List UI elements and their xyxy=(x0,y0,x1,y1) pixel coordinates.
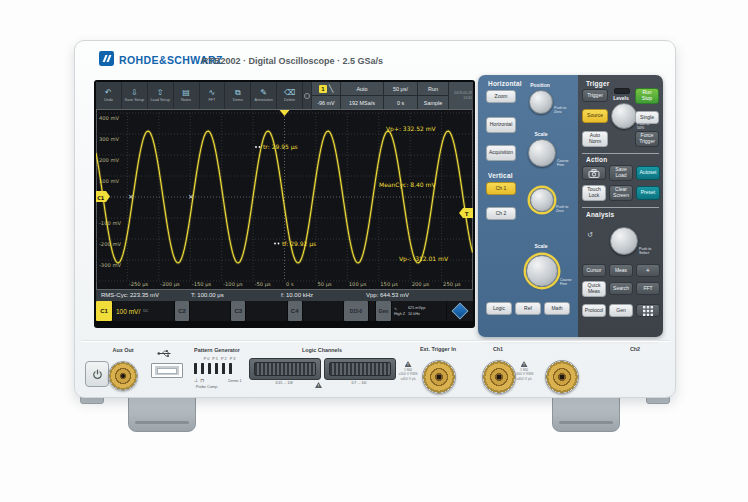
trigger-level-knob[interactable] xyxy=(611,103,637,129)
pattern-pin-labels: P0 P1 P2 P3 xyxy=(200,357,240,361)
trigger-button[interactable]: Trigger xyxy=(582,89,608,102)
c1-scale-cell[interactable]: 100 mV/ DC xyxy=(113,301,174,321)
vertical-scale-knob[interactable] xyxy=(526,255,558,287)
status-horizontal-position[interactable]: 0 s xyxy=(384,96,417,109)
svg-text:200 mV: 200 mV xyxy=(99,157,120,163)
screen[interactable]: ↶ Undo ⇩ Save Setup ⇧ Load Setup ▤ Notes… xyxy=(94,80,475,328)
logic-button[interactable]: Logic xyxy=(486,302,512,315)
screen-toolbar: ↶ Undo ⇩ Save Setup ⇧ Load Setup ▤ Notes… xyxy=(96,82,473,109)
auto-norm-button[interactable]: Auto Norm xyxy=(582,131,608,147)
power-button[interactable] xyxy=(85,361,109,387)
c3-channel-button[interactable]: C3 xyxy=(231,301,245,321)
svg-text:-100 mV: -100 mV xyxy=(99,220,121,226)
device-body: ROHDE&SCHWARZ RTB2002 · Digital Oscillos… xyxy=(74,40,676,398)
svg-text:250 μs: 250 μs xyxy=(443,281,461,288)
ch2-button[interactable]: Ch 2 xyxy=(486,207,516,220)
c1-channel-button[interactable]: C1 xyxy=(96,301,112,321)
waveform-display[interactable]: 400 mV300 mV200 mV100 mV-100 mV-200 mV-3… xyxy=(96,109,473,290)
svg-text:300 mV: 300 mV xyxy=(99,136,120,142)
protocol-button[interactable]: Protocol xyxy=(582,304,606,317)
toolbar-annotation-button[interactable]: ✎ Annotation xyxy=(251,82,276,109)
ref-button[interactable]: Ref xyxy=(515,302,541,315)
svg-text:150 μs: 150 μs xyxy=(380,281,398,288)
toolbar-delete-button[interactable]: ⌫ Delete xyxy=(277,82,302,109)
undo-icon: ↶ xyxy=(105,89,112,97)
measurement-period: T: 100.00 μs xyxy=(191,292,224,298)
status-bar: 1 ╲ -96 mV Auto 192 MSa/s 50 μs/ 0 s xyxy=(312,82,473,109)
preset-button[interactable]: Preset xyxy=(636,186,660,200)
toolbar-save-setup-button[interactable]: ⇩ Save Setup xyxy=(122,82,147,109)
apps-button[interactable] xyxy=(636,304,660,317)
warning-icon: ! xyxy=(315,382,322,388)
model-title: RTB2002 · Digital Oscilloscope · 2.5 GSa… xyxy=(202,56,383,66)
autoset-button[interactable]: Autoset xyxy=(636,166,660,180)
demo-icon: ⧉ xyxy=(235,89,241,97)
warning-icon: ! xyxy=(521,361,528,367)
menu-handle-icon[interactable] xyxy=(303,82,311,109)
force-trigger-button[interactable]: Force Trigger xyxy=(635,131,659,147)
quick-meas-button[interactable]: Quick Meas xyxy=(582,281,606,297)
meas-button[interactable]: Meas xyxy=(609,264,633,277)
status-sample-rate[interactable]: 192 MSa/s xyxy=(341,96,383,109)
right-foot xyxy=(552,392,620,432)
toolbar-notes-button[interactable]: ▤ Notes xyxy=(174,82,199,109)
single-button[interactable]: Single xyxy=(635,111,659,124)
source-button[interactable]: Source xyxy=(582,109,608,123)
ext-trigger-warning: ! 1 MΩ ≤300 V RMS ≤400 V pk xyxy=(393,361,423,381)
channel-warning: ! 1 MΩ ≤300 V RMS ≤400 V pk xyxy=(509,361,539,381)
c2-channel-button[interactable]: C2 xyxy=(175,301,189,321)
status-trigger-mode[interactable]: Auto xyxy=(341,82,383,95)
horizontal-position-knob[interactable] xyxy=(529,90,553,114)
svg-text:-50 μs: -50 μs xyxy=(255,281,271,288)
clear-screen-button[interactable]: Clear Screen xyxy=(609,185,633,201)
measurement-vpp: Vpp: 644.53 mV xyxy=(366,292,409,298)
ch2-connector xyxy=(545,360,579,394)
zoom-button[interactable]: Zoom xyxy=(486,90,516,103)
status-trigger-level[interactable]: -96 mV xyxy=(312,96,340,109)
gen-status-button[interactable]: Gen xyxy=(376,301,391,321)
measurement-frequency: f: 10.00 kHz xyxy=(281,292,313,298)
channel1-badge: 1 xyxy=(319,85,327,93)
run-stop-button[interactable]: Run Stop xyxy=(635,88,659,104)
intensity-button[interactable]: ☀ xyxy=(636,264,660,277)
svg-text:400 mV: 400 mV xyxy=(99,115,120,121)
toolbar-demo-button[interactable]: ⧉ Demo xyxy=(225,82,250,109)
status-acquisition-mode[interactable]: Sample xyxy=(418,96,448,109)
gen-button[interactable]: Gen xyxy=(609,304,633,317)
status-timebase[interactable]: 50 μs/ xyxy=(384,82,417,95)
fft-icon: ∿ xyxy=(209,89,216,97)
status-datetime: 2019-05-2913:41 xyxy=(449,82,473,109)
load-setup-icon: ⇧ xyxy=(157,89,164,97)
math-button[interactable]: Math xyxy=(544,302,570,315)
apps-grid-icon xyxy=(643,306,653,316)
toolbar-load-setup-button[interactable]: ⇧ Load Setup xyxy=(148,82,173,109)
search-button[interactable]: Search xyxy=(609,282,633,295)
c4-channel-button[interactable]: C4 xyxy=(288,301,302,321)
logic-pod-button[interactable]: D15-0 xyxy=(344,301,368,321)
ch1-button[interactable]: Ch 1 xyxy=(486,182,516,195)
save-setup-icon: ⇩ xyxy=(131,89,138,97)
screenshot-button[interactable] xyxy=(582,166,606,180)
acquisition-button[interactable]: Acquisition xyxy=(486,145,516,161)
horizontal-button[interactable]: Horizontal xyxy=(486,117,516,133)
toolbar-undo-button[interactable]: ↶ Undo xyxy=(96,82,121,109)
toolbar-fft-button[interactable]: ∿ FFT xyxy=(200,82,225,109)
brightness-icon: ☀ xyxy=(646,268,650,274)
horizontal-scale-knob[interactable] xyxy=(528,139,556,167)
rohde-schwarz-logo xyxy=(99,51,114,66)
left-foot xyxy=(128,392,196,432)
navigation-knob[interactable] xyxy=(610,227,638,255)
vertical-position-knob[interactable] xyxy=(530,188,554,212)
measurement-rms: RMS-Cyc: 223.35 mV xyxy=(101,292,159,298)
status-trigger-source[interactable]: 1 ╲ xyxy=(312,82,340,95)
oscilloscope-photo: ROHDE&SCHWARZ RTB2002 · Digital Oscillos… xyxy=(0,0,748,502)
status-acquisition-state[interactable]: Run xyxy=(418,82,448,95)
annotation-vp-plus: Vp+: 332.52 mV xyxy=(386,125,437,133)
save-load-button[interactable]: Save Load xyxy=(609,165,633,181)
cursor-button[interactable]: Cursor xyxy=(582,264,606,277)
sine-icon: ∿ xyxy=(394,306,408,311)
touch-lock-button[interactable]: Touch Lock xyxy=(582,185,606,201)
fft-button[interactable]: FFT xyxy=(636,282,660,295)
svg-text:-100 μs: -100 μs xyxy=(223,281,243,288)
power-icon xyxy=(92,369,103,380)
